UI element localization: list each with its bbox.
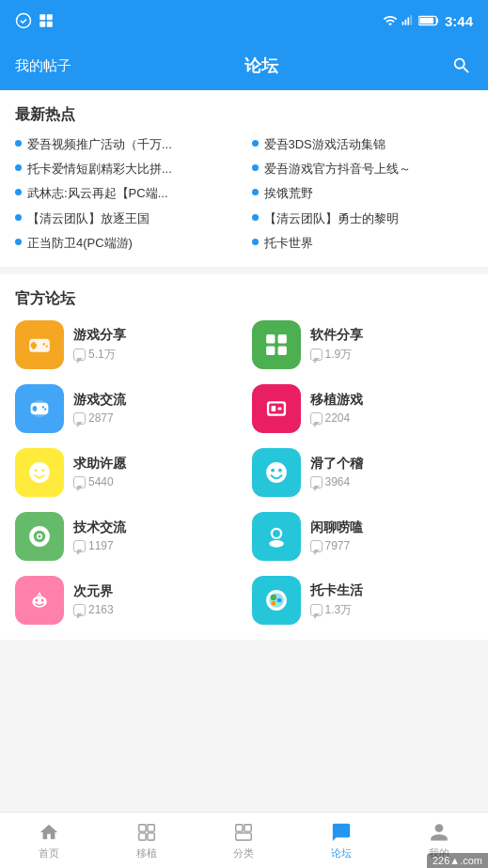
hot-dot [15, 140, 22, 147]
svg-point-32 [44, 409, 46, 411]
forum-info: 滑了个稽 3964 [310, 456, 474, 488]
list-item[interactable]: 游戏分享 5.1万 [15, 320, 237, 369]
list-item[interactable]: 移植游戏 2204 [252, 384, 474, 433]
svg-rect-36 [277, 407, 281, 410]
forum-count: 5440 [73, 475, 237, 488]
svg-point-31 [42, 406, 44, 408]
list-item[interactable]: 技术交流 1197 [15, 512, 237, 561]
transplant-icon [135, 821, 158, 844]
svg-rect-11 [419, 18, 433, 23]
nav-item-transplant[interactable]: 移植 [98, 813, 196, 868]
header: 我的帖子 论坛 [0, 41, 488, 90]
forum-icon-youxijiaoliu [15, 384, 64, 433]
list-item[interactable]: 武林志:风云再起【PC端... [15, 185, 237, 202]
forum-info: 次元界 2163 [73, 583, 237, 616]
hot-item-label: 【清云团队】勇士的黎明 [264, 210, 399, 227]
svg-point-52 [41, 598, 44, 601]
nav-label-forum: 论坛 [331, 846, 352, 860]
nav-label-category: 分类 [233, 846, 254, 860]
forum-name: 技术交流 [73, 519, 237, 536]
list-item[interactable]: 软件分享 1.9万 [252, 320, 474, 369]
hot-item-label: 托卡爱情短剧精彩大比拼... [27, 161, 172, 178]
status-bar-left-icons [15, 12, 55, 29]
list-item[interactable]: 【清云团队】放逐王国 [15, 210, 237, 227]
nav-item-home[interactable]: 首页 [0, 813, 98, 868]
svg-point-40 [266, 462, 287, 483]
list-item[interactable]: 托卡世界 [252, 235, 474, 252]
forum-name: 次元界 [73, 583, 237, 600]
forum-count: 2163 [73, 603, 237, 616]
svg-point-18 [46, 345, 48, 347]
list-item[interactable]: 正当防卫4(PC端游) [15, 235, 237, 252]
list-item[interactable]: 闲聊唠嗑 7977 [252, 512, 474, 561]
hot-item-label: 爱吾3DS游戏活动集锦 [264, 136, 386, 153]
svg-point-57 [271, 601, 275, 606]
nav-item-category[interactable]: 分类 [196, 813, 293, 868]
app-icon-2 [38, 12, 55, 29]
comment-icon [310, 540, 323, 552]
forum-icon-nav [330, 821, 353, 844]
forum-name: 滑了个稽 [310, 456, 474, 473]
svg-rect-6 [404, 20, 406, 25]
comment-icon [73, 412, 86, 425]
forum-count: 2204 [310, 411, 474, 425]
svg-rect-8 [410, 15, 412, 25]
svg-rect-60 [138, 832, 145, 839]
svg-point-56 [276, 598, 281, 603]
hot-dot [252, 214, 259, 221]
list-item[interactable]: 爱吾游戏官方抖音号上线～ [252, 161, 474, 178]
nav-item-forum[interactable]: 论坛 [292, 813, 390, 868]
list-item[interactable]: 托卡爱情短剧精彩大比拼... [15, 161, 237, 178]
forum-name: 游戏交流 [73, 392, 237, 409]
svg-rect-63 [244, 824, 251, 830]
forum-info: 移植游戏 2204 [310, 392, 474, 425]
nav-label-home: 首页 [39, 846, 59, 860]
hot-dot [252, 189, 259, 195]
list-item[interactable]: 托卡生活 1.3万 [252, 576, 474, 625]
forum-count: 5.1万 [73, 347, 237, 363]
svg-rect-35 [271, 406, 275, 411]
comment-icon [73, 604, 86, 616]
svg-point-0 [17, 14, 31, 28]
forum-title: 官方论坛 [15, 289, 473, 309]
hot-dot [15, 214, 22, 221]
forum-name: 移植游戏 [310, 392, 474, 409]
comment-icon [73, 349, 86, 361]
svg-rect-3 [39, 22, 45, 27]
forum-section: 官方论坛 游戏分享 [0, 274, 488, 640]
hot-item-label: 挨饿荒野 [264, 185, 313, 202]
list-item[interactable]: 求助许愿 5440 [15, 448, 237, 497]
forum-info: 软件分享 1.9万 [310, 327, 474, 363]
forum-count: 2877 [73, 411, 237, 425]
list-item[interactable]: 游戏交流 2877 [15, 384, 237, 433]
status-bar-right-icons: 3:44 [383, 13, 473, 29]
svg-point-46 [38, 535, 40, 537]
list-item[interactable]: 次元界 2163 [15, 576, 237, 625]
list-item[interactable]: 爱吾3DS游戏活动集锦 [252, 136, 474, 153]
hot-item-label: 托卡世界 [264, 235, 313, 252]
forum-info: 技术交流 1197 [73, 519, 237, 552]
forum-name: 游戏分享 [73, 327, 237, 344]
comment-icon [310, 412, 323, 425]
watermark: 226▲.com [427, 853, 488, 868]
svg-point-49 [269, 540, 284, 548]
search-button[interactable] [450, 54, 473, 77]
forum-count: 7977 [310, 539, 474, 552]
hot-item-label: 爱吾游戏官方抖音号上线～ [264, 161, 411, 178]
list-item[interactable]: 滑了个稽 3964 [252, 448, 474, 497]
list-item[interactable]: 【清云团队】勇士的黎明 [252, 210, 474, 227]
search-icon [451, 55, 472, 76]
forum-count: 1197 [73, 539, 237, 552]
svg-rect-7 [407, 18, 409, 25]
signal-icon [401, 14, 415, 27]
forum-icon-ruanjian [252, 320, 301, 369]
svg-point-55 [270, 595, 275, 600]
svg-rect-20 [277, 334, 286, 343]
svg-point-17 [43, 343, 45, 345]
list-item[interactable]: 爱吾视频推广活动（千万... [15, 136, 237, 153]
forum-icon-huaji [252, 448, 301, 497]
forum-info: 闲聊唠嗑 7977 [310, 519, 474, 552]
hot-dot [252, 140, 259, 147]
list-item[interactable]: 挨饿荒野 [252, 185, 474, 202]
my-posts-link[interactable]: 我的帖子 [15, 57, 71, 75]
